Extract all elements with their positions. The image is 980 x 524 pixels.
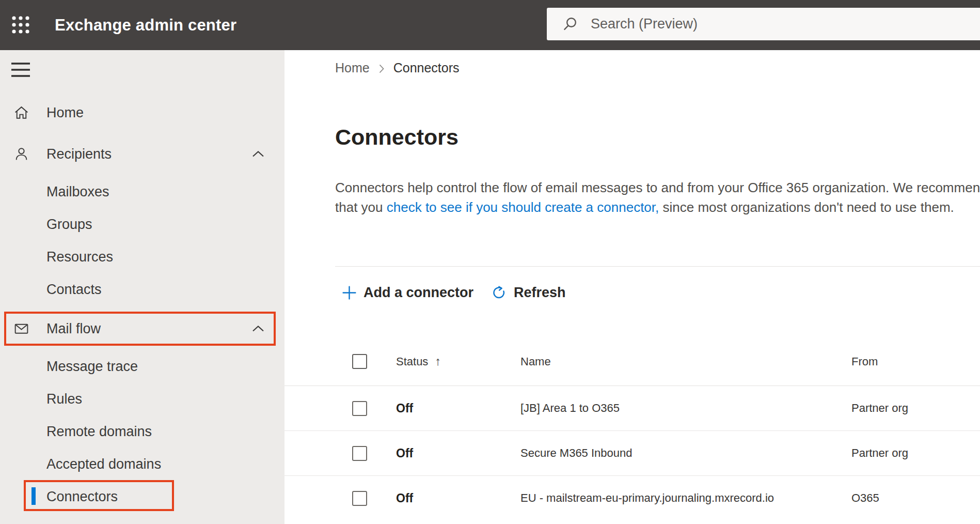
sidebar-item-label: Connectors	[46, 488, 118, 504]
plus-icon	[342, 285, 357, 300]
refresh-button[interactable]: Refresh	[491, 285, 566, 301]
sidebar-item-label: Remote domains	[46, 423, 152, 439]
table-row[interactable]: Off Secure M365 Inbound Partner org	[284, 431, 980, 476]
breadcrumb-home-link[interactable]: Home	[335, 60, 370, 75]
sidebar-item-accepted-domains[interactable]: Accepted domains	[0, 448, 284, 480]
column-header-from[interactable]: From	[851, 355, 965, 368]
name-cell: Secure M365 Inbound	[520, 446, 851, 460]
sidebar-item-rules[interactable]: Rules	[0, 382, 284, 415]
page-title: Connectors	[335, 125, 980, 150]
sidebar-item-contacts[interactable]: Contacts	[0, 273, 284, 305]
table-row[interactable]: Off [JB] Area 1 to O365 Partner org	[284, 386, 980, 431]
description-text: since most organizations don't need to u…	[659, 199, 954, 215]
toolbar: Add a connector Refresh	[284, 267, 980, 318]
add-connector-label: Add a connector	[363, 285, 473, 301]
column-header-label: Status	[396, 355, 428, 368]
sidebar-item-label: Mail flow	[46, 321, 101, 337]
sidebar-item-message-trace[interactable]: Message trace	[0, 350, 284, 382]
search-input[interactable]	[590, 16, 922, 33]
main-content: Home Connectors Connectors Connectors he…	[284, 50, 980, 524]
nav-menu-icon[interactable]	[11, 60, 30, 79]
status-cell: Off	[396, 491, 520, 505]
search-icon	[562, 16, 578, 33]
breadcrumb: Home Connectors	[335, 60, 980, 75]
page-description: Connectors help control the flow of emai…	[335, 178, 980, 217]
waffle-grid-icon	[11, 16, 30, 34]
column-header-status[interactable]: Status ↑	[396, 355, 520, 368]
chevron-right-icon	[377, 63, 386, 74]
person-icon	[13, 146, 30, 163]
chevron-up-icon	[251, 325, 265, 333]
sidebar-item-label: Accepted domains	[46, 456, 161, 472]
sidebar-item-label: Message trace	[46, 358, 138, 374]
create-connector-check-link[interactable]: check to see if you should create a conn…	[387, 199, 659, 215]
sidebar-item-label: Contacts	[46, 281, 102, 297]
table-row[interactable]: Off EU - mailstream-eu-primary.journalin…	[284, 476, 980, 520]
app-launcher-icon[interactable]	[9, 13, 32, 36]
sidebar-item-label: Resources	[46, 249, 113, 265]
sidebar-item-groups[interactable]: Groups	[0, 208, 284, 240]
exchange-admin-center: { "topbar": { "title": "Exchange admin c…	[0, 0, 980, 524]
column-header-name[interactable]: Name	[520, 355, 851, 368]
from-cell: O365	[851, 491, 965, 505]
home-icon	[13, 104, 30, 121]
select-all-checkbox[interactable]	[352, 354, 367, 369]
sidebar-item-label: Rules	[46, 391, 82, 407]
search-box[interactable]	[547, 8, 980, 40]
sidebar: Home Recipients Mailboxes Groups Reso	[0, 50, 284, 524]
refresh-label: Refresh	[514, 285, 566, 301]
sidebar-item-recipients[interactable]: Recipients	[0, 137, 284, 171]
add-connector-button[interactable]: Add a connector	[342, 285, 473, 301]
sidebar-item-home[interactable]: Home	[0, 96, 284, 130]
row-checkbox[interactable]	[352, 401, 367, 416]
sidebar-item-label: Home	[46, 105, 84, 121]
sidebar-item-label: Recipients	[46, 146, 112, 162]
from-cell: Partner org	[851, 402, 965, 415]
sidebar-item-mail-flow[interactable]: Mail flow	[4, 312, 276, 346]
name-cell: [JB] Area 1 to O365	[520, 402, 851, 415]
chevron-up-icon	[251, 150, 265, 158]
sidebar-item-label: Groups	[46, 216, 92, 232]
sort-ascending-icon: ↑	[435, 355, 441, 368]
refresh-icon	[491, 285, 507, 301]
row-checkbox[interactable]	[352, 491, 367, 506]
sidebar-item-mailboxes[interactable]: Mailboxes	[0, 175, 284, 208]
sidebar-item-connectors[interactable]: Connectors	[0, 480, 284, 513]
envelope-icon	[13, 320, 30, 337]
sidebar-item-resources[interactable]: Resources	[0, 240, 284, 273]
status-cell: Off	[396, 402, 520, 415]
breadcrumb-current: Connectors	[393, 60, 460, 75]
from-cell: Partner org	[851, 446, 965, 460]
selected-indicator	[31, 487, 36, 505]
app-title: Exchange admin center	[55, 0, 236, 50]
sidebar-nav: Home Recipients Mailboxes Groups Reso	[0, 96, 284, 513]
topbar: Exchange admin center	[0, 0, 980, 50]
sidebar-item-label: Mailboxes	[46, 183, 109, 199]
row-checkbox[interactable]	[352, 446, 367, 461]
name-cell: EU - mailstream-eu-primary.journaling.mx…	[520, 491, 851, 505]
sidebar-item-remote-domains[interactable]: Remote domains	[0, 415, 284, 448]
table-header-row: Status ↑ Name From	[284, 337, 980, 386]
status-cell: Off	[396, 446, 520, 460]
